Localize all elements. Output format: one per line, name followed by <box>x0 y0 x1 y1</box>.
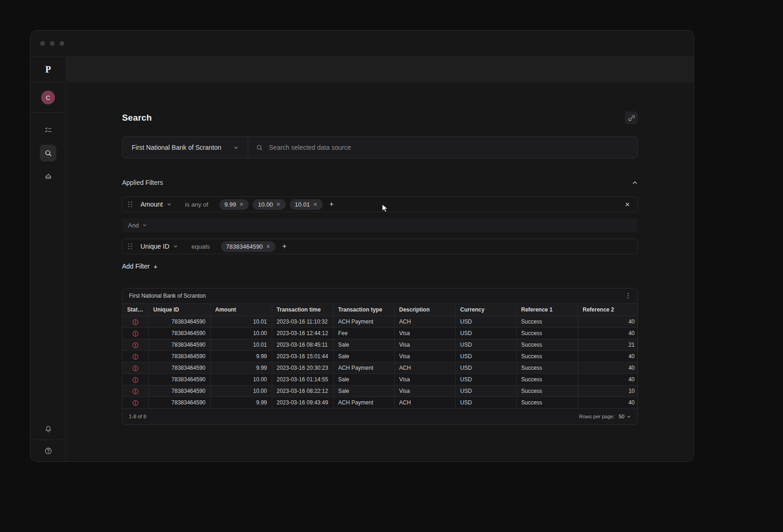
rows-per-page-select[interactable]: 50 <box>619 414 631 419</box>
conjunction-select[interactable]: And <box>122 218 638 232</box>
drag-handle-icon[interactable] <box>128 244 132 250</box>
table-cell: 78383464590 <box>148 328 210 339</box>
table-cell: 78383464590 <box>148 374 210 385</box>
help-button[interactable] <box>31 440 66 461</box>
table-cell: USD <box>455 351 516 362</box>
filter-field-label: Amount <box>141 201 163 208</box>
search-icon <box>44 149 52 157</box>
filter-value-chip[interactable]: 10.01✕ <box>290 199 323 210</box>
table-row[interactable]: 783834645909.992023-03-16 09:43:49ACH Pa… <box>122 397 638 409</box>
status-alert-icon <box>132 354 139 360</box>
add-filter-button[interactable]: Add Filter + <box>122 263 158 270</box>
table-cell: 78383464590 <box>148 351 210 362</box>
column-header-currency: Currency <box>455 304 516 316</box>
table-cell: USD <box>455 397 516 409</box>
table-cell: 9.99 <box>210 362 272 374</box>
search-input[interactable] <box>268 143 630 152</box>
chip-label: 10.01 <box>295 201 310 208</box>
card-menu-button[interactable] <box>625 292 631 300</box>
avatar[interactable]: C <box>41 91 55 104</box>
status-cell <box>122 374 148 385</box>
table-cell: ACH <box>394 316 455 328</box>
table-cell: Visa <box>394 351 455 362</box>
chip-remove-icon[interactable]: ✕ <box>276 202 281 207</box>
search-icon <box>256 144 263 151</box>
traffic-light-minimize[interactable] <box>50 41 55 46</box>
table-cell: 40 <box>578 397 638 409</box>
table-row[interactable]: 7838346459010.002023-03-16 12:44:12FeeVi… <box>122 328 638 339</box>
filter-field-select[interactable]: Unique ID <box>138 243 180 250</box>
column-header-transaction-time: Transaction time <box>272 304 333 316</box>
chip-remove-icon[interactable]: ✕ <box>239 202 244 207</box>
add-value-button[interactable]: + <box>330 201 334 208</box>
table-cell: 2023-03-16 12:44:12 <box>272 328 333 339</box>
filter-value-chip[interactable]: 78383464590✕ <box>221 241 275 252</box>
table-cell: Success <box>516 351 578 362</box>
filter-value-chip[interactable]: 10.00✕ <box>253 199 286 210</box>
filter-field-select[interactable]: Amount <box>138 201 174 208</box>
table-cell: ACH <box>394 362 455 374</box>
chip-remove-icon[interactable]: ✕ <box>266 244 270 249</box>
filter-chips: 78383464590✕ <box>221 241 275 252</box>
table-cell: 2023-03-16 08:22:12 <box>272 385 333 397</box>
status-alert-icon <box>132 330 139 337</box>
traffic-light-close[interactable] <box>40 41 45 46</box>
table-row[interactable]: 783834645909.992023-03-16 15:01:44SaleVi… <box>122 351 638 362</box>
app-window: P C <box>30 30 694 462</box>
sidebar-item-products[interactable] <box>40 168 56 184</box>
table-cell: 21 <box>578 339 638 351</box>
table-cell: USD <box>455 385 516 397</box>
filter-value-chip[interactable]: 9.99✕ <box>220 199 249 210</box>
status-cell <box>122 339 148 351</box>
status-alert-icon <box>132 377 139 383</box>
column-header-reference-1: Reference 1 <box>516 304 578 316</box>
notifications-button[interactable] <box>31 418 66 440</box>
table-cell: Sale <box>333 385 394 397</box>
table-cell: Visa <box>394 328 455 339</box>
sidebar-item-search[interactable] <box>40 145 56 161</box>
add-value-button[interactable]: + <box>282 243 287 250</box>
chevron-down-icon <box>627 415 631 419</box>
table-cell: 2023-03-16 09:43:49 <box>272 397 333 409</box>
sidebar-item-tasks[interactable] <box>40 122 56 138</box>
table-row[interactable]: 7838346459010.012023-03-16 08:45:11SaleV… <box>122 339 638 351</box>
datasource-label: First National Bank of Scranton <box>132 144 221 151</box>
table-row[interactable]: 7838346459010.002023-03-16 08:22:12SaleV… <box>122 385 638 397</box>
table-cell: Visa <box>394 339 455 351</box>
table-cell: USD <box>455 328 516 339</box>
chip-remove-icon[interactable]: ✕ <box>313 202 317 207</box>
table-cell: 10.00 <box>210 328 272 339</box>
applied-filters-title: Applied Filters <box>122 179 163 186</box>
permalink-button[interactable] <box>625 111 638 124</box>
table-cell: 78383464590 <box>148 362 210 374</box>
results-table: StatusUnique IDAmountTransaction timeTra… <box>122 303 638 409</box>
table-cell: 9.99 <box>210 351 272 362</box>
filter-operator-label: equals <box>191 243 210 250</box>
chip-label: 9.99 <box>225 201 236 208</box>
table-row[interactable]: 783834645909.992023-03-16 20:30:23ACH Pa… <box>122 362 638 374</box>
column-header-transaction-type: Transaction type <box>333 304 394 316</box>
table-cell: 9.99 <box>210 397 272 409</box>
avatar-cell: C <box>31 83 66 113</box>
status-cell <box>122 328 148 339</box>
help-icon <box>44 447 52 455</box>
table-cell: Success <box>516 362 578 374</box>
main-content: Search First National Bank of Scranton <box>66 83 694 461</box>
filter-chips: 9.99✕10.00✕10.01✕ <box>220 199 323 210</box>
chevron-down-icon <box>167 202 171 207</box>
results-card: First National Bank of Scranton StatusUn… <box>122 288 638 425</box>
sidebar: P C <box>31 57 66 461</box>
collapse-filters-chevron-up-icon[interactable] <box>632 180 638 186</box>
drag-handle-icon[interactable] <box>128 202 132 208</box>
status-alert-icon <box>132 400 139 406</box>
table-row[interactable]: 7838346459010.012023-03-16 11:10:32ACH P… <box>122 316 638 328</box>
status-alert-icon <box>132 319 139 325</box>
table-row[interactable]: 7838346459010.002023-03-16 01:14:55SaleV… <box>122 374 638 385</box>
traffic-light-maximize[interactable] <box>60 41 64 46</box>
remove-filter-button[interactable]: ✕ <box>623 200 632 209</box>
datasource-select[interactable]: First National Bank of Scranton <box>122 137 248 158</box>
table-cell: Sale <box>333 339 394 351</box>
table-cell: 10.01 <box>210 316 272 328</box>
table-cell: USD <box>455 362 516 374</box>
app-logo: P <box>31 57 66 83</box>
